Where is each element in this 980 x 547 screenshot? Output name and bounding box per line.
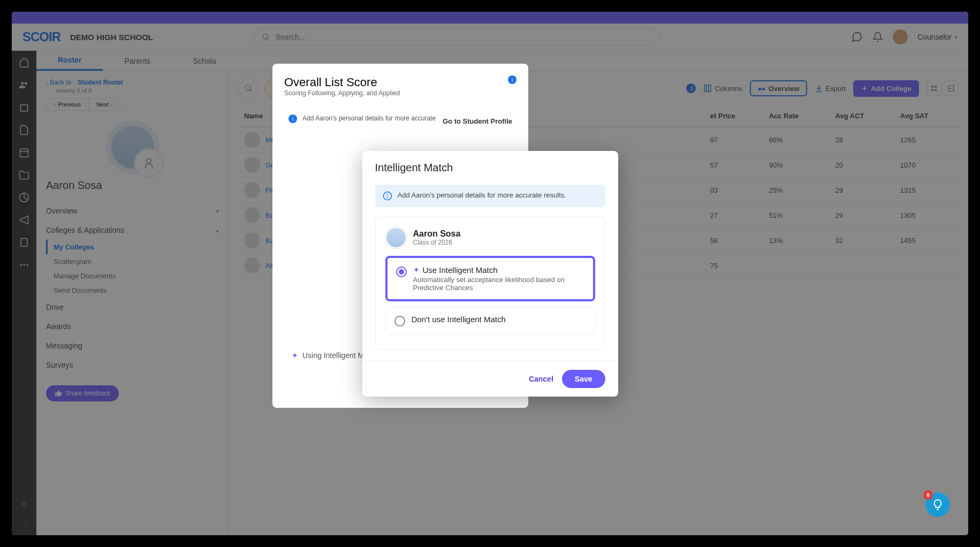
- info-banner: Add Aaron's personal details for more ac…: [375, 185, 605, 207]
- back-info-banner: iAdd Aaron's personal details for more a…: [288, 115, 436, 123]
- svg-point-30: [387, 194, 388, 194]
- modal-student-class: Class of 2026: [413, 239, 461, 246]
- radio-dont-use[interactable]: [394, 316, 405, 326]
- radio-use-match[interactable]: [396, 267, 407, 277]
- modal-student-name: Aaron Sosa: [413, 229, 461, 239]
- help-badge: 8: [923, 490, 933, 500]
- info-icon[interactable]: i: [508, 75, 516, 84]
- student-card: Aaron Sosa Class of 2026 ✦Use Intelligen…: [375, 217, 605, 350]
- option-desc: Automatically set acceptance likelihood …: [413, 276, 584, 292]
- sparkle-icon: ✦: [413, 265, 420, 274]
- info-icon: [383, 191, 392, 201]
- back-modal-title: Overall List Score: [284, 75, 516, 89]
- profile-link[interactable]: Go to Student Profile: [443, 117, 512, 125]
- option-use-match[interactable]: ✦Use Intelligent Match Automatically set…: [385, 256, 595, 301]
- modal-scrim: Overall List Score Scoring Following, Ap…: [12, 12, 968, 535]
- modal-title: Intelligent Match: [375, 162, 605, 174]
- back-modal-subtitle: Scoring Following, Applying, and Applied: [284, 89, 516, 97]
- cancel-button[interactable]: Cancel: [529, 375, 553, 383]
- intelligent-match-modal: Intelligent Match Add Aaron's personal d…: [362, 151, 618, 397]
- option-dont-use-match[interactable]: Don't use Intelligent Match: [385, 307, 595, 335]
- student-avatar-small: [385, 227, 407, 248]
- help-fab[interactable]: 8: [925, 492, 950, 517]
- lightbulb-icon: [932, 499, 944, 511]
- save-button[interactable]: Save: [562, 370, 605, 388]
